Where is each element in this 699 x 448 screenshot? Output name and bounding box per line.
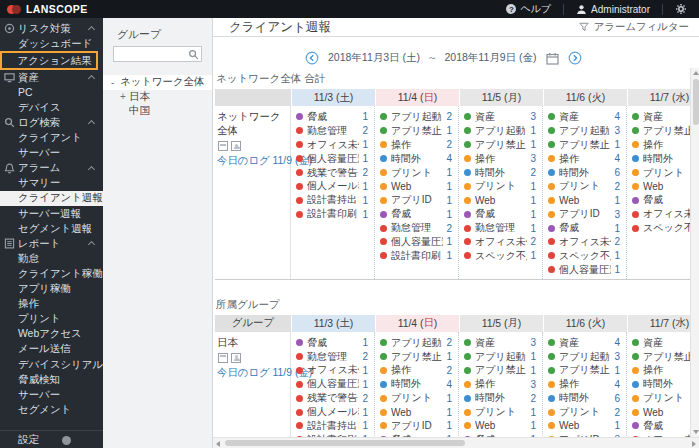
day-cells: 脅威 1 勤怠管理 2 (291, 106, 690, 279)
day-cell: 資産 3 アプリ起動 1 (459, 106, 543, 279)
sidebar-item[interactable]: デバイスシリアル (0, 357, 103, 372)
sidebar-item[interactable]: サーバー週報 (0, 206, 103, 221)
sidebar-item[interactable]: クライアント稼働 (0, 266, 103, 281)
member-list-icon[interactable] (231, 353, 241, 363)
alarm-count: 1 (446, 407, 452, 418)
today-log-link[interactable]: 今日のログ 11/9 (金) (217, 154, 286, 168)
sidebar-item[interactable]: サーバー (0, 387, 103, 402)
alarm-line: 設計書印刷 1 (296, 207, 368, 221)
sidebar-item[interactable]: アプリ稼働 (0, 282, 103, 297)
search-icon[interactable] (188, 49, 199, 60)
alarm-line: アプリ禁止 1 (380, 124, 452, 138)
sidebar-item-settings[interactable]: 設定 (0, 430, 103, 448)
group-tree-node[interactable]: 中国 (103, 104, 212, 119)
sidebar-item[interactable]: クライアント (0, 131, 103, 146)
sidebar-item[interactable]: セグメント (0, 402, 103, 417)
report-scroll-area: ネットワーク全体 合計 11/3 (土)11/4 (日)11/5 (月)11/6… (215, 66, 690, 437)
sidebar-item[interactable]: ログ検索 (0, 115, 103, 130)
tree-expander-icon[interactable]: + (120, 91, 129, 102)
alarm-label: プリント (475, 179, 527, 193)
table-header-row: グループ 11/3 (土)11/4 (日)11/5 (月)11/6 (火)11/… (215, 315, 690, 332)
alarm-count: 1 (530, 250, 536, 261)
environment-settings-button[interactable] (663, 0, 699, 18)
sidebar-item[interactable]: Webアクセス (0, 327, 103, 342)
alarm-label: 資産 (475, 336, 527, 350)
alarm-line: オフィス未使用 2 (464, 235, 536, 249)
alarm-label: 勤怠管理 (307, 350, 359, 364)
alarm-line: アプリ起動 2 (380, 336, 452, 350)
next-week-button[interactable] (568, 51, 582, 65)
alarm-line: 資産 4 (548, 110, 620, 124)
alarm-label: 脅威 (643, 193, 690, 207)
sidebar-item[interactable]: 勤怠 (0, 251, 103, 266)
sidebar-item[interactable]: セグメント週報 (0, 221, 103, 236)
scroll-right-arrow-icon[interactable] (692, 441, 696, 447)
member-list-icon[interactable] (231, 141, 241, 151)
alarm-label: 操作 (643, 138, 690, 152)
scroll-down-arrow-icon[interactable] (693, 430, 699, 434)
alarm-line: アプリ禁止 (632, 350, 690, 364)
sidebar-item[interactable]: PC (0, 85, 103, 100)
weekly-table: グループ 11/3 (土)11/4 (日)11/5 (月)11/6 (火)11/… (215, 315, 690, 437)
sidebar-item[interactable]: サマリー (0, 176, 103, 191)
alarm-line: スペック不足 1 (548, 249, 620, 263)
alarm-count: 1 (362, 153, 368, 164)
alarm-filter-button[interactable]: アラームフィルター (579, 20, 699, 34)
alarm-label: 個人メール利用 (307, 179, 359, 193)
sidebar-item[interactable]: 脅威検知 (0, 372, 103, 387)
alarm-label: 個人容量圧迫 (307, 377, 359, 391)
group-tree-node[interactable]: - ネットワーク全体 (103, 75, 212, 90)
scroll-up-arrow-icon[interactable] (693, 71, 699, 75)
sidebar-item[interactable]: メール送信 (0, 342, 103, 357)
alarm-label: 資産 (643, 336, 690, 350)
gear-icon (4, 434, 15, 445)
alarm-count: 1 (614, 250, 620, 261)
group-panel: グループ - ネットワーク全体 + 日本 中国 (103, 18, 213, 448)
user-menu[interactable]: Administrator (564, 0, 662, 18)
sidebar-item[interactable]: レポート (0, 236, 103, 251)
sidebar-item[interactable]: ダッシュボード (0, 36, 103, 51)
today-log-link[interactable]: 今日のログ 11/9 (金) (217, 366, 286, 380)
alarm-dot-icon (296, 395, 303, 402)
alarm-line: 脅威 (632, 419, 690, 433)
alarm-label: オフィス未使用 (475, 235, 527, 249)
sidebar-item[interactable]: クライアント週報 (0, 191, 103, 206)
sidebar-item-label: デバイスシリアル (18, 358, 103, 372)
sidebar-item[interactable]: サーバー (0, 146, 103, 161)
day-of-week: 水 (675, 91, 685, 105)
alarm-dot-icon (632, 395, 639, 402)
day-of-week: 日 (423, 91, 433, 105)
alarm-label: 時間外 (643, 152, 690, 166)
sidebar-item[interactable]: リスク対策 (0, 21, 103, 36)
sidebar-item[interactable]: 操作 (0, 297, 103, 312)
calendar-icon[interactable] (546, 52, 559, 65)
horizontal-scrollbar-thumb[interactable] (225, 440, 465, 446)
sidebar-item[interactable]: アラーム (0, 161, 103, 176)
day-cell: 資産 4 アプリ起動 3 (543, 332, 627, 437)
sidebar-item-label: アラーム (18, 161, 60, 175)
alarm-line: Web 1 (380, 405, 452, 419)
alarm-count: 2 (362, 167, 368, 178)
vertical-scrollbar-thumb[interactable] (693, 79, 699, 125)
alarm-line: プリント 1 (380, 166, 452, 180)
alarm-count: 1 (614, 139, 620, 150)
scroll-left-arrow-icon[interactable] (216, 441, 220, 447)
sidebar-item-label: デバイス (18, 101, 61, 115)
daily-report-icon[interactable] (218, 353, 228, 363)
group-tree-node[interactable]: + 日本 (103, 90, 212, 105)
sidebar-item[interactable]: プリント (0, 312, 103, 327)
previous-week-button[interactable] (305, 51, 319, 65)
alarm-dot-icon (380, 225, 387, 232)
sidebar-item[interactable]: デバイス (0, 100, 103, 115)
alarm-line: 資産 (632, 110, 690, 124)
alarm-count: 2 (446, 139, 452, 150)
chevron-up-icon (88, 166, 95, 173)
daily-report-icon[interactable] (218, 141, 228, 151)
alarm-dot-icon (632, 339, 639, 346)
sidebar-item[interactable]: 資産 (0, 70, 103, 85)
alarm-label: Web (475, 420, 527, 431)
alarm-dot-icon (632, 155, 639, 162)
tree-expander-icon[interactable]: - (111, 77, 120, 88)
sidebar-item[interactable]: アクション結果 (0, 51, 98, 70)
help-button[interactable]: ヘルプ (494, 0, 563, 18)
